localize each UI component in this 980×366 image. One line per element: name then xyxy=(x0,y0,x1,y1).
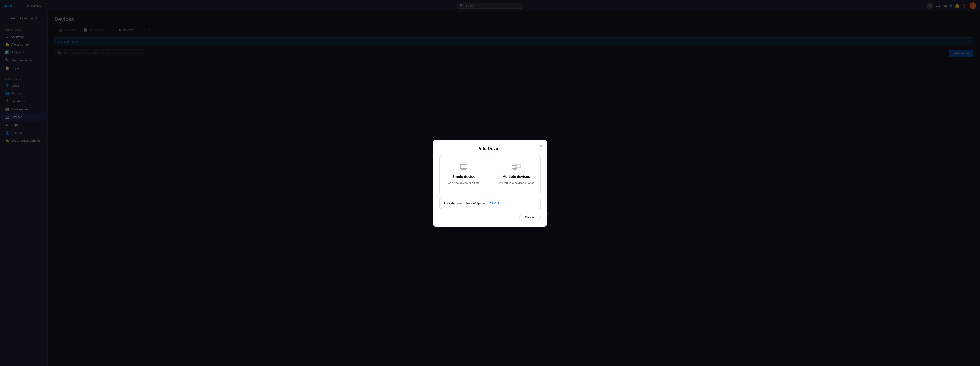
multiple-devices-title: Multiple devices xyxy=(503,174,530,179)
modal-footer: Cancel xyxy=(439,214,541,221)
bulk-action-text: Import/Upload xyxy=(466,201,486,205)
svg-rect-5 xyxy=(513,169,516,169)
modal-options: Single device Add one device at a time M… xyxy=(439,156,541,194)
svg-rect-4 xyxy=(512,165,517,169)
single-device-desc: Add one device at a time xyxy=(448,181,479,185)
single-device-title: Single device xyxy=(452,174,475,179)
add-device-modal: Add Device ✕ Single device Add one devic… xyxy=(433,139,547,227)
svg-rect-6 xyxy=(513,169,517,169)
bulk-action xyxy=(464,201,465,205)
bulk-spacer xyxy=(487,201,488,205)
svg-rect-3 xyxy=(461,169,466,170)
svg-rect-1 xyxy=(460,165,467,169)
multiple-devices-icon xyxy=(511,162,521,171)
bulk-devices-section: Bulk devices Import/Upload CSV file xyxy=(439,198,541,209)
single-device-option[interactable]: Single device Add one device at a time xyxy=(439,156,488,194)
csv-file-link[interactable]: CSV file xyxy=(489,201,501,205)
svg-rect-7 xyxy=(515,165,520,168)
svg-rect-2 xyxy=(462,169,465,169)
cancel-button[interactable]: Cancel xyxy=(519,214,541,221)
modal-close-button[interactable]: ✕ xyxy=(537,143,544,150)
multiple-devices-desc: Add multiple devices at once xyxy=(498,181,535,185)
modal-title: Add Device xyxy=(439,146,541,151)
modal-overlay: Add Device ✕ Single device Add one devic… xyxy=(0,0,980,366)
bulk-label: Bulk devices xyxy=(444,201,463,205)
single-device-icon xyxy=(459,162,469,171)
multiple-devices-option[interactable]: Multiple devices Add multiple devices at… xyxy=(492,156,541,194)
